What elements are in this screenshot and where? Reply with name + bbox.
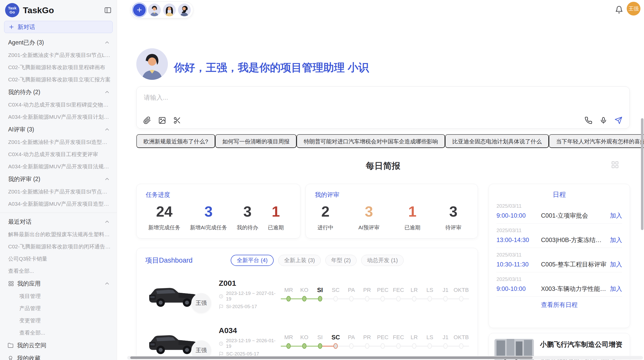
- join-button[interactable]: 加入: [610, 236, 622, 244]
- milestone: KO: [297, 334, 312, 349]
- project-row[interactable]: 王强 Z001 2023-12-19 ~ 2027-01-19 SI-2025-…: [145, 275, 469, 313]
- milestone-segment: [401, 298, 406, 299]
- dashboard-tab[interactable]: 动总开发 (1): [361, 255, 404, 266]
- microphone-icon[interactable]: [599, 116, 607, 124]
- send-icon[interactable]: [614, 116, 622, 124]
- sidebar-item[interactable]: Z001-全新燃油轻卡产品开发项目SI节点属性5D文件评审: [0, 186, 117, 198]
- chevron-up-icon[interactable]: [104, 281, 110, 287]
- chevron-up-icon[interactable]: [104, 40, 110, 46]
- suggestion-chip[interactable]: 特朗普可能对进口汽车增税会对中国车企造成哪些影响: [297, 134, 445, 148]
- notification-bell-icon[interactable]: [615, 6, 623, 14]
- medal-icon: [8, 355, 13, 360]
- milestone-dot: [286, 343, 291, 349]
- chevron-up-icon[interactable]: [104, 89, 110, 95]
- sidebar-app-item[interactable]: 产品管理: [0, 302, 117, 314]
- image-upload-icon[interactable]: [158, 116, 166, 124]
- milestone-row: MR KO: [281, 286, 469, 302]
- sidebar-section-title: 最近对话: [8, 218, 32, 226]
- horizontal-scrollbar-track[interactable]: [127, 356, 643, 359]
- milestone-segment: [291, 298, 296, 299]
- milestone-dot: [318, 343, 322, 349]
- chevron-up-icon[interactable]: [104, 219, 110, 225]
- scissors-icon[interactable]: [173, 116, 181, 124]
- app-logo-line1: Task: [8, 6, 16, 10]
- user-avatar[interactable]: 王强: [627, 2, 640, 16]
- vertical-scrollbar-thumb[interactable]: [641, 118, 643, 230]
- horizontal-scrollbar-thumb[interactable]: [130, 356, 533, 359]
- sidebar-item[interactable]: C02-飞腾新能源轻客改款项目立项汇报方案: [0, 73, 117, 86]
- avatar[interactable]: [178, 4, 191, 16]
- suggestion-chip[interactable]: 比亚迪全固态电池计划具体说了什么: [445, 134, 549, 148]
- milestone: J1: [438, 334, 453, 349]
- schedule-event[interactable]: 2025/03/11 10:30-11:30 C005-整车工程目标评审 加入: [496, 248, 622, 272]
- dashboard-tab[interactable]: 年型 (2): [325, 255, 357, 266]
- stat-value: 24: [148, 203, 180, 220]
- suggestion-chip[interactable]: 如何写一份清晰的项目周报: [215, 134, 297, 148]
- sidebar-section-header[interactable]: Agent已办 (3): [0, 36, 117, 49]
- sidebar-item[interactable]: A034-全新新能源MUV产品开发项目法规符合性评审: [0, 160, 117, 173]
- sidebar-item[interactable]: C0X4-动力总成开发项目SI里程碑提交物检查: [0, 99, 117, 111]
- schedule-event[interactable]: 2025/03/11 9:00-10:00 C001-立项审批会 加入: [496, 199, 622, 223]
- milestone-segment: [375, 346, 380, 347]
- chevron-up-icon[interactable]: [104, 127, 110, 133]
- sidebar-app-item[interactable]: 查看全部...: [0, 327, 117, 339]
- sidebar-section-header[interactable]: 我的评审 (2): [0, 173, 117, 186]
- chevron-up-icon[interactable]: [104, 176, 110, 182]
- milestone-dot: [380, 296, 385, 302]
- schedule-event[interactable]: 2025/03/11 9:00-10:00 X003-车辆动力学性能验... 加…: [496, 272, 622, 297]
- event-time: 10:30-11:30: [496, 261, 541, 268]
- stat-label: 已逾期: [404, 224, 420, 231]
- join-button[interactable]: 加入: [610, 260, 622, 268]
- sidebar-item[interactable]: Z001-全新燃油皮卡产品开发项目SI节点Lesson Learn报告: [0, 49, 117, 61]
- sidebar-section-header[interactable]: AI评审 (3): [0, 123, 117, 136]
- sidebar-item[interactable]: 公司Q3轻卡销量: [0, 253, 117, 265]
- phone-call-icon[interactable]: [584, 116, 592, 124]
- sidebar-item[interactable]: A034-全新新能源MUV产品开发项目造型可行性评审: [0, 198, 117, 210]
- milestone-label: J1: [438, 286, 453, 294]
- milestone-segment: [406, 346, 412, 347]
- view-all-schedule-link[interactable]: 查看所有日程: [496, 297, 622, 309]
- sidebar-item[interactable]: C02-飞腾新能源轻客改款项目里程碑画布: [0, 61, 117, 73]
- join-button[interactable]: 加入: [610, 285, 622, 293]
- join-button[interactable]: 加入: [610, 212, 622, 220]
- dashboard-tab[interactable]: 全新平台 (4): [231, 255, 274, 266]
- add-session-button[interactable]: [133, 4, 146, 16]
- stat-label: 新增完成任务: [148, 224, 180, 231]
- stat-value: 3: [237, 203, 258, 220]
- dashboard-tab[interactable]: 全新上装 (3): [278, 255, 321, 266]
- sidebar-section-title: 我的评审 (2): [8, 175, 40, 183]
- project-row[interactable]: 王强 A034 2023-12-19 ~ 2026-01-19 SC-2025-…: [145, 322, 469, 360]
- chat-input[interactable]: [144, 94, 500, 101]
- sidebar-item[interactable]: C02-飞腾新能源轻客改款项目的闭环通告反馈情况: [0, 241, 117, 253]
- sidebar-item-favorites[interactable]: 我的收藏: [0, 352, 117, 360]
- sidebar-section-header[interactable]: 我的待办 (2): [0, 86, 117, 99]
- avatar[interactable]: [163, 4, 176, 16]
- flag-icon: [219, 304, 224, 309]
- event-date: 2025/03/11: [496, 276, 622, 282]
- milestone-label: KO: [297, 286, 312, 294]
- milestone-segment: [438, 298, 443, 299]
- sidebar-section-header-recent[interactable]: 最近对话: [0, 215, 117, 228]
- sidebar-item[interactable]: 查看全部...: [0, 265, 117, 277]
- suggestion-chip[interactable]: 欧洲新规最近颁布了什么?: [136, 134, 215, 148]
- sidebar-collapse-icon[interactable]: [104, 6, 112, 14]
- new-chat-button[interactable]: 新对话: [4, 21, 113, 33]
- sidebar-item[interactable]: 解释最新出台的欧盟报废车法规再生塑料比例被调至15%...: [0, 228, 117, 241]
- layout-grid-icon[interactable]: [611, 161, 619, 169]
- sidebar-app-item[interactable]: 变更管理: [0, 314, 117, 327]
- sidebar-item[interactable]: Z001-全新燃油轻卡产品开发项目SI造型提交物评审: [0, 136, 117, 148]
- sidebar-section-header-apps[interactable]: 我的应用: [0, 277, 117, 290]
- schedule-event[interactable]: 2025/03/11 13:00-14:30 C003|H0B-方案冻结评审 加…: [496, 223, 622, 248]
- milestone: PA: [344, 286, 359, 302]
- milestone-segment: [306, 346, 312, 347]
- suggestion-chip[interactable]: 当下年轻人对汽车外观有怎样的喜好趋势: [549, 134, 644, 148]
- avatar[interactable]: [148, 4, 161, 16]
- sidebar-item[interactable]: A034-全新新能源MUV产品开发项目计划变更表编写: [0, 111, 117, 123]
- sidebar-app-item[interactable]: 项目管理: [0, 290, 117, 302]
- milestone: PEC: [375, 334, 391, 349]
- card-title: 我的评审: [306, 184, 478, 199]
- milestone-label: FEC: [391, 286, 406, 294]
- sidebar-item-cloud-space[interactable]: 我的云空间: [0, 339, 117, 352]
- attachment-icon[interactable]: [143, 116, 151, 124]
- sidebar-item[interactable]: C0X4-动力总成开发项目工程变更评审: [0, 148, 117, 160]
